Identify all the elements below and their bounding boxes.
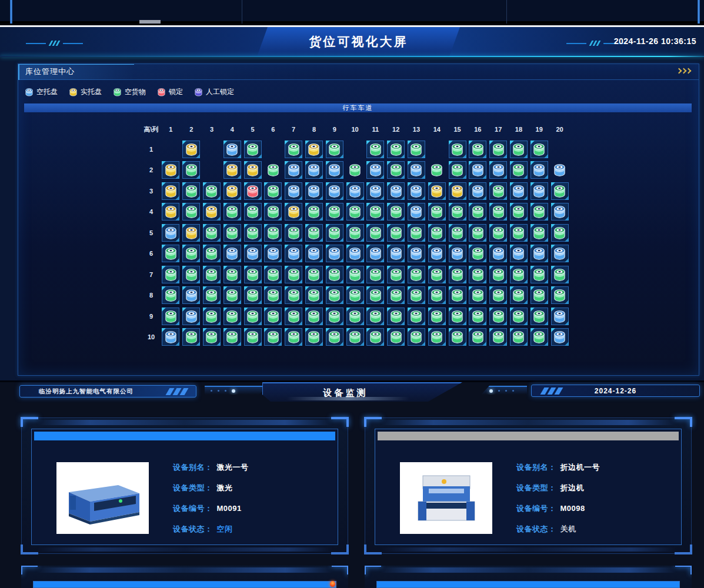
grid-cell[interactable] (529, 160, 549, 181)
grid-cell[interactable] (263, 160, 283, 181)
grid-cell[interactable] (324, 202, 345, 223)
grid-cell[interactable] (468, 139, 488, 160)
grid-cell[interactable] (161, 222, 181, 243)
grid-cell[interactable] (324, 327, 345, 348)
grid-cell[interactable] (529, 264, 549, 285)
grid-cell[interactable] (345, 306, 365, 327)
grid-cell[interactable] (304, 327, 325, 348)
grid-cell[interactable] (406, 327, 427, 348)
grid-cell[interactable] (365, 222, 386, 243)
grid-cell[interactable] (365, 181, 386, 202)
grid-cell[interactable] (283, 327, 304, 348)
grid-cell[interactable] (324, 306, 345, 327)
grid-cell[interactable] (202, 222, 222, 243)
grid-cell[interactable] (161, 327, 181, 348)
grid-cell[interactable] (202, 264, 222, 285)
grid-cell[interactable] (181, 264, 202, 285)
grid-cell[interactable] (283, 285, 304, 306)
grid-cell[interactable] (468, 264, 488, 285)
grid-cell[interactable] (509, 243, 529, 265)
grid-cell[interactable] (447, 327, 468, 348)
grid-cell[interactable] (468, 160, 488, 181)
grid-cell[interactable] (488, 160, 509, 181)
grid-cell[interactable] (406, 222, 427, 243)
grid-cell[interactable] (549, 327, 570, 348)
grid-cell[interactable] (488, 222, 509, 243)
grid-cell[interactable] (488, 264, 509, 285)
grid-cell[interactable] (324, 285, 345, 306)
grid-cell[interactable] (304, 264, 325, 285)
grid-cell[interactable] (222, 327, 242, 348)
grid-cell[interactable] (283, 181, 304, 202)
grid-cell[interactable] (304, 139, 325, 160)
grid-cell[interactable] (426, 264, 447, 285)
grid-cell[interactable] (386, 160, 406, 181)
grid-cell[interactable] (304, 243, 325, 265)
grid-cell[interactable] (345, 160, 365, 181)
grid-cell[interactable] (549, 264, 570, 285)
grid-cell[interactable] (242, 243, 263, 265)
grid-cell[interactable] (386, 306, 406, 327)
grid-cell[interactable] (488, 306, 509, 327)
grid-cell[interactable] (365, 139, 386, 160)
grid-cell[interactable] (181, 243, 202, 265)
grid-cell[interactable] (386, 181, 406, 202)
grid-cell[interactable] (161, 202, 181, 223)
grid-cell[interactable] (447, 160, 468, 181)
grid-cell[interactable] (426, 160, 447, 181)
grid-cell[interactable] (242, 327, 263, 348)
grid-cell[interactable] (263, 181, 283, 202)
grid-cell[interactable] (161, 285, 181, 306)
grid-cell[interactable] (263, 285, 283, 306)
grid-cell[interactable] (324, 243, 345, 265)
grid-cell[interactable] (509, 181, 529, 202)
grid-cell[interactable] (406, 139, 427, 160)
grid-cell[interactable] (468, 202, 488, 223)
grid-cell[interactable] (509, 306, 529, 327)
grid-cell[interactable] (447, 285, 468, 306)
grid-cell[interactable] (488, 327, 509, 348)
grid-cell[interactable] (406, 160, 427, 181)
grid-cell[interactable] (509, 139, 529, 160)
grid-cell-empty[interactable] (263, 139, 283, 160)
grid-cell[interactable] (488, 181, 509, 202)
grid-cell-empty[interactable] (202, 139, 222, 160)
grid-cell[interactable] (345, 202, 365, 223)
grid-cell[interactable] (426, 243, 447, 265)
grid-cell[interactable] (345, 243, 365, 265)
grid-cell[interactable] (181, 202, 202, 223)
grid-cell[interactable] (222, 306, 242, 327)
grid-cell[interactable] (202, 306, 222, 327)
grid-cell[interactable] (406, 202, 427, 223)
grid-cell[interactable] (181, 285, 202, 306)
grid-cell[interactable] (222, 139, 242, 160)
grid-cell[interactable] (426, 327, 447, 348)
grid-cell[interactable] (468, 327, 488, 348)
grid-cell-empty[interactable] (426, 139, 447, 160)
grid-cell[interactable] (365, 327, 386, 348)
grid-cell[interactable] (324, 222, 345, 243)
grid-cell[interactable] (447, 264, 468, 285)
grid-cell[interactable] (529, 181, 549, 202)
grid-cell[interactable] (529, 202, 549, 223)
grid-cell[interactable] (202, 285, 222, 306)
grid-cell[interactable] (447, 222, 468, 243)
grid-cell[interactable] (468, 243, 488, 265)
grid-cell[interactable] (365, 285, 386, 306)
grid-cell[interactable] (386, 243, 406, 265)
grid-cell[interactable] (181, 160, 202, 181)
grid-cell[interactable] (263, 202, 283, 223)
grid-cell[interactable] (488, 202, 509, 223)
grid-cell[interactable] (202, 181, 222, 202)
grid-cell[interactable] (283, 243, 304, 265)
grid-cell[interactable] (549, 160, 570, 181)
grid-cell[interactable] (324, 139, 345, 160)
grid-cell[interactable] (386, 264, 406, 285)
grid-cell[interactable] (447, 181, 468, 202)
grid-cell[interactable] (242, 181, 263, 202)
grid-cell[interactable] (242, 139, 263, 160)
grid-cell[interactable] (242, 222, 263, 243)
grid-cell[interactable] (488, 285, 509, 306)
grid-cell[interactable] (509, 327, 529, 348)
grid-cell[interactable] (386, 139, 406, 160)
